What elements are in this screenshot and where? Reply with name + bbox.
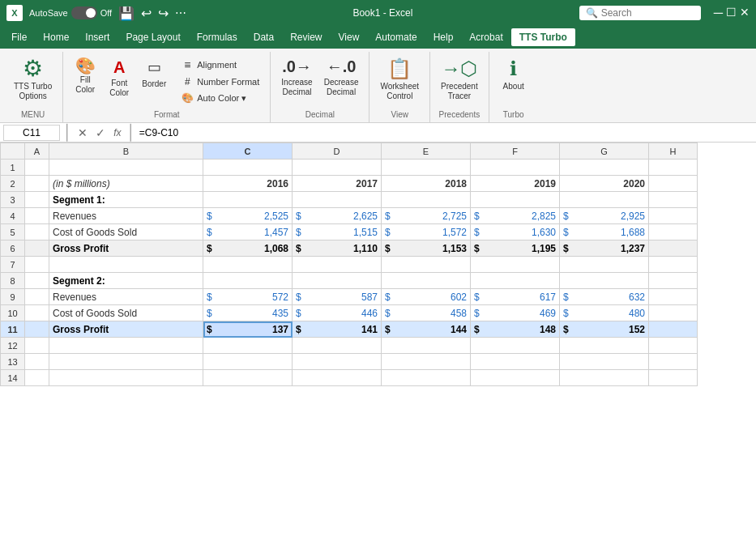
cell-f12[interactable] (471, 338, 560, 354)
col-header-a[interactable]: A (25, 143, 49, 160)
row-header-13[interactable]: 13 (1, 354, 25, 370)
cell-h3[interactable] (649, 192, 698, 208)
cell-b1[interactable] (49, 160, 203, 176)
auto-color-button[interactable]: 🎨 Auto Color ▾ (177, 91, 263, 105)
cell-b11[interactable]: Gross Profit (49, 321, 203, 338)
cell-a9[interactable] (25, 289, 49, 305)
cancel-icon[interactable]: ✕ (75, 126, 90, 139)
col-header-g[interactable]: G (560, 143, 649, 160)
alignment-button[interactable]: ≡ Alignment (177, 57, 263, 73)
cell-g14[interactable] (560, 370, 649, 386)
cell-f9[interactable]: $617 (471, 289, 560, 305)
cell-c9[interactable]: $572 (203, 289, 293, 305)
cell-d3[interactable] (293, 192, 382, 208)
cell-b10[interactable]: Cost of Goods Sold (49, 305, 203, 321)
cell-h11[interactable] (649, 321, 698, 338)
menu-help[interactable]: Help (425, 28, 462, 46)
row-header-9[interactable]: 9 (1, 289, 25, 305)
row-header-6[interactable]: 6 (1, 240, 25, 257)
cell-d2[interactable]: 2017 (293, 176, 382, 192)
cell-b3[interactable]: Segment 1: (49, 192, 203, 208)
cell-c13[interactable] (203, 354, 293, 370)
cell-b4[interactable]: Revenues (49, 208, 203, 224)
row-header-5[interactable]: 5 (1, 224, 25, 240)
cell-d9[interactable]: $587 (293, 289, 382, 305)
cell-a1[interactable] (25, 160, 49, 176)
fill-color-button[interactable]: 🎨 FillColor (70, 55, 100, 100)
precedent-tracer-button[interactable]: →⬡ PrecedentTracer (437, 55, 482, 104)
menu-page-layout[interactable]: Page Layout (117, 28, 188, 46)
menu-review[interactable]: Review (282, 28, 330, 46)
search-input[interactable] (601, 7, 694, 19)
cell-b9[interactable]: Revenues (49, 289, 203, 305)
row-header-8[interactable]: 8 (1, 273, 25, 289)
menu-formulas[interactable]: Formulas (189, 28, 246, 46)
cell-h12[interactable] (649, 338, 698, 354)
cell-c11[interactable]: $137 (203, 321, 293, 338)
cell-h1[interactable] (649, 160, 698, 176)
autosave-toggle[interactable] (71, 6, 97, 19)
col-header-f[interactable]: F (471, 143, 560, 160)
cell-g4[interactable]: $2,925 (560, 208, 649, 224)
menu-insert[interactable]: Insert (77, 28, 117, 46)
cell-e1[interactable] (382, 160, 471, 176)
cell-d5[interactable]: $1,515 (293, 224, 382, 240)
cell-e14[interactable] (382, 370, 471, 386)
cell-h7[interactable] (649, 257, 698, 273)
cell-e12[interactable] (382, 338, 471, 354)
cell-f4[interactable]: $2,825 (471, 208, 560, 224)
cell-e7[interactable] (382, 257, 471, 273)
cell-h6[interactable] (649, 240, 698, 257)
cell-e6[interactable]: $1,153 (382, 240, 471, 257)
cell-b14[interactable] (49, 370, 203, 386)
close-btn[interactable]: ✕ (740, 6, 750, 20)
search-box[interactable]: 🔍 (579, 6, 701, 20)
cell-e13[interactable] (382, 354, 471, 370)
worksheet-control-button[interactable]: 📋 WorksheetControl (376, 55, 423, 104)
cell-e10[interactable]: $458 (382, 305, 471, 321)
cell-e5[interactable]: $1,572 (382, 224, 471, 240)
confirm-icon[interactable]: ✓ (93, 126, 108, 139)
cell-c10[interactable]: $435 (203, 305, 293, 321)
tts-turbo-options-button[interactable]: ⚙ TTS TurboOptions (10, 55, 56, 104)
cell-c12[interactable] (203, 338, 293, 354)
row-header-14[interactable]: 14 (1, 370, 25, 386)
decrease-decimal-button[interactable]: ←.0 DecreaseDecimal (320, 55, 363, 100)
cell-c8[interactable] (203, 273, 293, 289)
cell-g6[interactable]: $1,237 (560, 240, 649, 257)
col-header-h[interactable]: H (649, 143, 698, 160)
cell-g10[interactable]: $480 (560, 305, 649, 321)
cell-reference[interactable]: C11 (3, 125, 60, 141)
cell-g8[interactable] (560, 273, 649, 289)
cell-a4[interactable] (25, 208, 49, 224)
menu-file[interactable]: File (3, 28, 35, 46)
minimize-btn[interactable]: ─ (714, 6, 723, 20)
undo-icon[interactable]: ↩ (141, 6, 152, 21)
cell-h13[interactable] (649, 354, 698, 370)
cell-b7[interactable] (49, 257, 203, 273)
cell-c3[interactable] (203, 192, 293, 208)
cell-a2[interactable] (25, 176, 49, 192)
cell-f2[interactable]: 2019 (471, 176, 560, 192)
cell-f8[interactable] (471, 273, 560, 289)
cell-f13[interactable] (471, 354, 560, 370)
cell-f5[interactable]: $1,630 (471, 224, 560, 240)
function-icon[interactable]: fx (111, 127, 123, 138)
cell-b13[interactable] (49, 354, 203, 370)
cell-c1[interactable] (203, 160, 293, 176)
row-header-4[interactable]: 4 (1, 208, 25, 224)
col-header-d[interactable]: D (293, 143, 382, 160)
cell-b12[interactable] (49, 338, 203, 354)
menu-tts-turbo[interactable]: TTS Turbo (511, 28, 575, 46)
cell-b5[interactable]: Cost of Goods Sold (49, 224, 203, 240)
cell-d11[interactable]: $141 (293, 321, 382, 338)
maximize-btn[interactable]: ☐ (726, 6, 737, 20)
cell-f7[interactable] (471, 257, 560, 273)
cell-f3[interactable] (471, 192, 560, 208)
cell-h14[interactable] (649, 370, 698, 386)
cell-c6[interactable]: $1,068 (203, 240, 293, 257)
cell-d1[interactable] (293, 160, 382, 176)
number-format-button[interactable]: # Number Format (177, 74, 263, 89)
cell-e4[interactable]: $2,725 (382, 208, 471, 224)
col-header-e[interactable]: E (382, 143, 471, 160)
